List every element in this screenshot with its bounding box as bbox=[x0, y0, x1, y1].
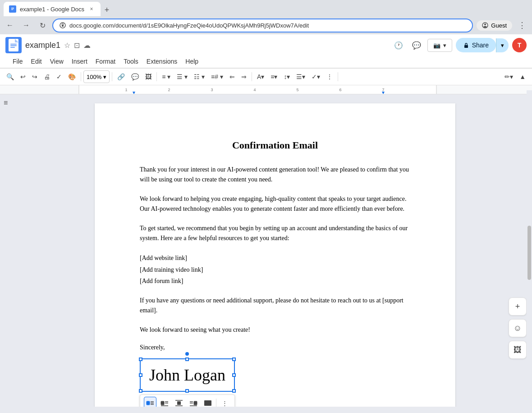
doc-link-1[interactable]: [Add website link] bbox=[140, 252, 410, 264]
format-toolbar: 🔍 ↩ ↪ 🖨 ✓ 🎨 100% ▾ 🔗 💬 🖼 ≡ ▾ ☰ ▾ ☷ ▾ ≡# … bbox=[0, 68, 532, 85]
tab-close-button[interactable]: × bbox=[88, 5, 95, 13]
share-button[interactable]: Share bbox=[456, 38, 496, 52]
star-icon[interactable]: ☆ bbox=[64, 41, 70, 50]
emoji-side-button[interactable]: ☺ bbox=[509, 319, 527, 337]
handle-mr[interactable] bbox=[232, 373, 236, 377]
handle-ml[interactable] bbox=[139, 373, 142, 377]
url-text[interactable]: docs.google.com/document/d/1sE9OlkaHyngF… bbox=[69, 22, 466, 29]
ordered-list-button[interactable]: ≡# ▾ bbox=[208, 70, 226, 83]
spell-button[interactable]: ✓ bbox=[54, 70, 64, 83]
menu-extensions[interactable]: Extensions bbox=[143, 56, 181, 67]
add-side-button[interactable]: + bbox=[509, 297, 527, 316]
svg-rect-11 bbox=[10, 47, 15, 48]
docs-app: example1 ☆ ⊡ ☁ 🕐 💬 📷 ▾ Share ▾ T bbox=[0, 34, 532, 407]
svg-text:5: 5 bbox=[296, 88, 298, 92]
browser-more-button[interactable]: ⋮ bbox=[516, 19, 528, 32]
handle-br[interactable] bbox=[232, 389, 236, 393]
toc-icon[interactable]: ≡ bbox=[4, 99, 8, 107]
collapse-toolbar-button[interactable]: ▲ bbox=[517, 70, 528, 83]
meet-button[interactable]: 📷 ▾ bbox=[427, 39, 452, 52]
menu-insert[interactable]: Insert bbox=[68, 56, 91, 67]
address-bar[interactable]: docs.google.com/document/d/1sE9OlkaHyngF… bbox=[52, 19, 473, 32]
svg-text:2: 2 bbox=[168, 88, 170, 92]
forward-button[interactable]: → bbox=[20, 19, 32, 32]
text-align-button[interactable]: ≡▾ bbox=[268, 70, 280, 83]
link-button[interactable]: 🔗 bbox=[115, 70, 128, 83]
history-button[interactable]: 🕐 bbox=[391, 38, 406, 52]
doc-title: Confirmation Email bbox=[140, 139, 410, 151]
svg-rect-5 bbox=[62, 25, 64, 27]
doc-closing[interactable]: If you have any questions or need additi… bbox=[140, 296, 410, 316]
rotate-handle[interactable] bbox=[185, 352, 189, 356]
browser-tab[interactable]: example1 - Google Docs × bbox=[4, 2, 101, 16]
image-toolbar: ⋮ bbox=[140, 394, 235, 407]
docs-header: example1 ☆ ⊡ ☁ 🕐 💬 📷 ▾ Share ▾ T bbox=[0, 34, 532, 68]
line-spacing-button[interactable]: ↕▾ bbox=[281, 70, 293, 83]
wrap-inline-icon bbox=[146, 399, 154, 407]
handle-tr[interactable] bbox=[232, 357, 236, 361]
menu-tools[interactable]: Tools bbox=[120, 56, 142, 67]
svg-text:3: 3 bbox=[211, 88, 213, 92]
img-wrap-full-button[interactable] bbox=[202, 397, 214, 407]
indent-list-button[interactable]: ☷ ▾ bbox=[191, 70, 207, 83]
menu-help[interactable]: Help bbox=[182, 56, 202, 67]
img-wrap-right-button[interactable] bbox=[187, 397, 200, 407]
lock-icon bbox=[463, 42, 469, 48]
share-dropdown-button[interactable]: ▾ bbox=[496, 38, 509, 52]
menu-file[interactable]: File bbox=[9, 56, 27, 67]
doc-link-2[interactable]: [Add training video link] bbox=[140, 264, 410, 275]
doc-links: [Add website link] [Add training video l… bbox=[140, 252, 410, 287]
back-button[interactable]: ← bbox=[4, 19, 16, 32]
image-button[interactable]: 🖼 bbox=[142, 70, 154, 83]
doc-link-3[interactable]: [Add forum link] bbox=[140, 275, 410, 287]
refresh-button[interactable]: ↻ bbox=[36, 19, 49, 32]
doc-name[interactable]: example1 bbox=[25, 41, 60, 50]
handle-tc[interactable] bbox=[185, 357, 189, 361]
comment-button[interactable]: 💬 bbox=[409, 38, 424, 52]
menu-view[interactable]: View bbox=[46, 56, 67, 67]
doc-farewell[interactable]: We look forward to seeing what you creat… bbox=[140, 325, 410, 335]
cloud-icon: ☁ bbox=[83, 41, 91, 50]
columns-button[interactable]: ☰▾ bbox=[294, 70, 308, 83]
zoom-control[interactable]: 100% ▾ bbox=[83, 70, 110, 83]
print-button[interactable]: 🖨 bbox=[41, 70, 53, 83]
pencil-mode-button[interactable]: ✏▾ bbox=[502, 70, 516, 83]
list-button[interactable]: ☰ ▾ bbox=[174, 70, 190, 83]
comment-inline-button[interactable]: 💬 bbox=[128, 70, 142, 83]
align-button[interactable]: ≡ ▾ bbox=[159, 70, 173, 83]
indent-inc-button[interactable]: ⇒ bbox=[238, 70, 249, 83]
svg-text:7: 7 bbox=[382, 88, 384, 92]
paint-format-button[interactable]: 🎨 bbox=[65, 70, 78, 83]
scrollbar-track[interactable] bbox=[527, 94, 532, 407]
new-tab-button[interactable]: + bbox=[101, 4, 113, 16]
signature-box[interactable]: John Logan bbox=[140, 358, 235, 392]
img-more-button[interactable]: ⋮ bbox=[218, 397, 231, 407]
handle-bl[interactable] bbox=[139, 389, 142, 393]
doc-para-2[interactable]: We look forward to helping you create en… bbox=[140, 194, 410, 214]
img-wrap-break-button[interactable] bbox=[173, 397, 185, 407]
svg-text:1: 1 bbox=[125, 88, 127, 92]
img-wrap-left-button[interactable] bbox=[158, 397, 171, 407]
redo-button[interactable]: ↪ bbox=[29, 70, 40, 83]
scrollbar-thumb[interactable] bbox=[527, 226, 531, 280]
indent-dec-button[interactable]: ⇐ bbox=[227, 70, 238, 83]
search-button[interactable]: 🔍 bbox=[4, 70, 17, 83]
menu-format[interactable]: Format bbox=[92, 56, 119, 67]
doc-para-1[interactable]: Thank you for your interest in our AI-po… bbox=[140, 165, 410, 185]
doc-sincerely[interactable]: Sincerely, bbox=[140, 344, 410, 351]
handle-tl[interactable] bbox=[139, 357, 142, 361]
folder-icon[interactable]: ⊡ bbox=[74, 41, 80, 50]
text-color-button[interactable]: A▾ bbox=[254, 70, 267, 83]
svg-text:4: 4 bbox=[253, 88, 256, 92]
doc-para-3[interactable]: To get started, we recommend that you be… bbox=[140, 223, 410, 244]
image-side-button[interactable]: 🖼 bbox=[509, 341, 527, 359]
menu-edit[interactable]: Edit bbox=[28, 56, 46, 67]
checklist-button[interactable]: ✓▾ bbox=[309, 70, 323, 83]
img-wrap-inline-button[interactable] bbox=[144, 397, 156, 407]
more-formats-button[interactable]: ⋮ bbox=[324, 70, 335, 83]
user-avatar[interactable]: T bbox=[512, 38, 527, 52]
doc-scroll[interactable]: Confirmation Email Thank you for your in… bbox=[18, 94, 532, 407]
undo-button[interactable]: ↩ bbox=[18, 70, 28, 83]
handle-bc[interactable] bbox=[185, 389, 189, 393]
profile-button[interactable]: Guest bbox=[477, 20, 512, 31]
